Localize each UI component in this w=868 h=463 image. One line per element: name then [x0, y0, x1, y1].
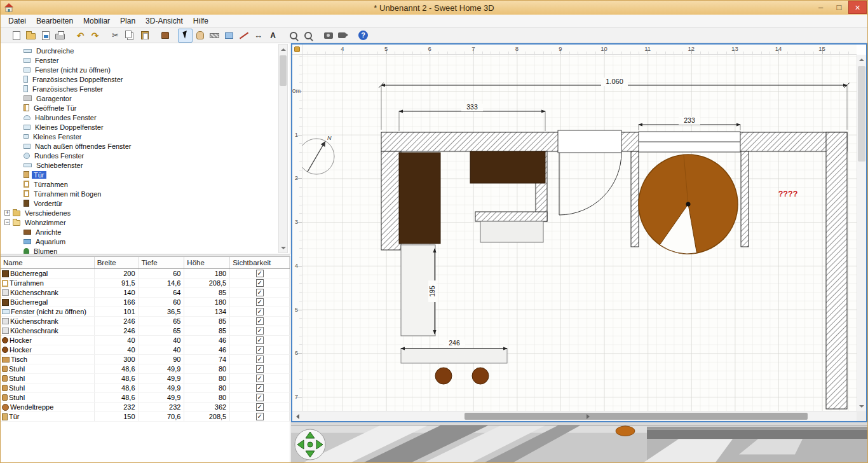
catalog-item[interactable]: Tür	[1, 170, 290, 179]
catalog-item[interactable]: Kleines Fenster	[1, 132, 290, 141]
floor-plan[interactable]: 1.060 333 23	[302, 55, 857, 411]
plan-canvas[interactable]: 1.060 333 23	[302, 55, 857, 411]
menu-mobiliar[interactable]: Mobiliar	[78, 15, 115, 27]
zoom-in-button[interactable]	[286, 29, 301, 43]
help-button[interactable]: ?	[356, 29, 370, 43]
print-button[interactable]	[53, 29, 67, 43]
redo-button[interactable]: ↷	[88, 29, 102, 43]
visibility-checkbox[interactable]: ✓	[256, 384, 264, 392]
furniture-catalog-panel[interactable]: DurchreicheFensterFenster (nicht zu öffn…	[1, 43, 290, 254]
catalog-item[interactable]: Blumen	[1, 246, 290, 254]
catalog-item[interactable]: Vordertür	[1, 198, 290, 208]
column-header-name[interactable]: Name	[1, 257, 95, 268]
furniture-row[interactable]: Stuhl48,649,980✓	[1, 374, 290, 384]
visibility-checkbox[interactable]: ✓	[256, 356, 264, 363]
scroll-up-icon[interactable]	[857, 55, 865, 64]
wall-right[interactable]	[826, 132, 847, 409]
catalog-item[interactable]: Fenster (nicht zu öffnen)	[1, 65, 290, 74]
3d-scene[interactable]	[291, 425, 867, 462]
plan-vertical-scrollbar[interactable]	[857, 55, 866, 411]
furniture-row[interactable]: Fenster (nicht zu öffnen)10136,5134✓	[1, 307, 290, 317]
catalog-item[interactable]: Anrichte	[1, 227, 290, 237]
3d-navigation-control[interactable]	[294, 428, 327, 461]
menu-datei[interactable]: Datei	[3, 15, 31, 27]
undo-button[interactable]: ↶	[73, 29, 88, 43]
menu-hilfe[interactable]: Hilfe	[188, 15, 214, 27]
add-text-button[interactable]: A	[266, 29, 280, 43]
expand-icon[interactable]: +	[4, 210, 10, 216]
create-dimensions-button[interactable]: ↔	[251, 29, 266, 43]
furniture-row[interactable]: Hocker404046✓	[1, 336, 290, 345]
stool-1[interactable]	[435, 368, 452, 384]
door-opening[interactable]	[558, 130, 621, 153]
add-furniture-button[interactable]	[158, 29, 172, 43]
visibility-checkbox[interactable]: ✓	[256, 308, 264, 315]
3d-view[interactable]	[291, 425, 867, 462]
furniture-row[interactable]: Türrahmen91,514,6208,5✓	[1, 279, 290, 288]
wall-kitchen-horizontal[interactable]	[475, 212, 547, 221]
horizontal-scrollbar-thumb[interactable]	[465, 413, 808, 420]
create-photo-button[interactable]	[321, 29, 336, 43]
scroll-right-icon[interactable]	[583, 411, 593, 421]
catalog-item[interactable]: Französisches Doppelfenster	[1, 74, 290, 84]
vertical-scrollbar-thumb[interactable]	[858, 66, 865, 162]
furniture-row[interactable]: Stuhl48,649,980✓	[1, 393, 290, 403]
column-header-sichtbarkeit[interactable]: Sichtbarkeit	[230, 257, 290, 268]
catalog-item[interactable]: Geöffnete Tür	[1, 103, 290, 113]
visibility-checkbox[interactable]: ✓	[256, 279, 264, 287]
create-rooms-button[interactable]	[222, 29, 236, 43]
wall-stair-left[interactable]	[631, 151, 639, 247]
create-polylines-button[interactable]	[236, 29, 251, 43]
spiral-staircase[interactable]	[639, 155, 738, 254]
column-header-breite[interactable]: Breite	[95, 257, 139, 268]
furniture-row[interactable]: Stuhl48,649,980✓	[1, 384, 290, 393]
plan-horizontal-scrollbar[interactable]	[292, 411, 857, 421]
visibility-checkbox[interactable]: ✓	[256, 270, 264, 277]
furniture-row[interactable]: Bücherregal16660180✓	[1, 298, 290, 307]
catalog-scrollbar-thumb[interactable]	[280, 55, 287, 86]
furniture-row[interactable]: Bücherregal20060180✓	[1, 269, 290, 279]
catalog-item[interactable]: Aquarium	[1, 237, 290, 246]
visibility-checkbox[interactable]: ✓	[256, 394, 264, 401]
select-mode-button[interactable]	[178, 29, 193, 43]
kitchen-counter-top[interactable]	[480, 221, 543, 242]
catalog-item[interactable]: +Verschiedenes	[1, 208, 290, 218]
create-walls-button[interactable]	[207, 29, 222, 43]
furniture-row[interactable]: Küchenschrank2466585✓	[1, 317, 290, 326]
stool-2[interactable]	[472, 368, 489, 384]
furniture-row[interactable]: Hocker404046✓	[1, 345, 290, 355]
maximize-button[interactable]: □	[830, 1, 848, 14]
catalog-item[interactable]: Garagentor	[1, 93, 290, 103]
new-plan-button[interactable]	[9, 29, 24, 43]
create-video-button[interactable]	[336, 29, 350, 43]
cut-button[interactable]: ✂	[108, 29, 123, 43]
visibility-checkbox[interactable]: ✓	[256, 403, 264, 411]
bar-table[interactable]	[401, 349, 507, 363]
visibility-checkbox[interactable]: ✓	[256, 289, 264, 296]
scroll-up-icon[interactable]	[279, 45, 287, 54]
plan-view-panel[interactable]: 456789101112131415 0m1234567	[291, 43, 867, 422]
menu-bearbeiten[interactable]: Bearbeiten	[31, 15, 78, 27]
copy-button[interactable]	[123, 29, 137, 43]
wall-left[interactable]	[381, 151, 401, 250]
zoom-out-button[interactable]	[301, 29, 315, 43]
visibility-checkbox[interactable]: ✓	[256, 317, 264, 325]
save-plan-button[interactable]	[38, 29, 53, 43]
open-plan-button[interactable]	[24, 29, 38, 43]
furniture-row[interactable]: Tür15070,6208,5✓	[1, 412, 290, 422]
bookshelf-top[interactable]	[470, 151, 545, 183]
catalog-item[interactable]: Französisches Fenster	[1, 84, 290, 93]
catalog-item[interactable]: Türrahmen mit Bogen	[1, 189, 290, 198]
furniture-row[interactable]: Wendeltreppe232232362✓	[1, 403, 290, 412]
scroll-down-icon[interactable]	[857, 401, 865, 411]
furniture-table[interactable]: NameBreiteTiefeHöheSichtbarkeit Bücherre…	[1, 257, 290, 462]
minimize-button[interactable]: –	[811, 1, 830, 14]
visibility-checkbox[interactable]: ✓	[256, 365, 264, 373]
scroll-left-icon[interactable]	[292, 411, 302, 421]
catalog-item[interactable]: −Wohnzimmer	[1, 218, 290, 227]
furniture-row[interactable]: Tisch3009074✓	[1, 355, 290, 364]
visibility-checkbox[interactable]: ✓	[256, 336, 264, 344]
catalog-item[interactable]: Kleines Doppelfenster	[1, 122, 290, 132]
catalog-scrollbar[interactable]	[278, 44, 288, 253]
catalog-item[interactable]: Türrahmen	[1, 179, 290, 189]
